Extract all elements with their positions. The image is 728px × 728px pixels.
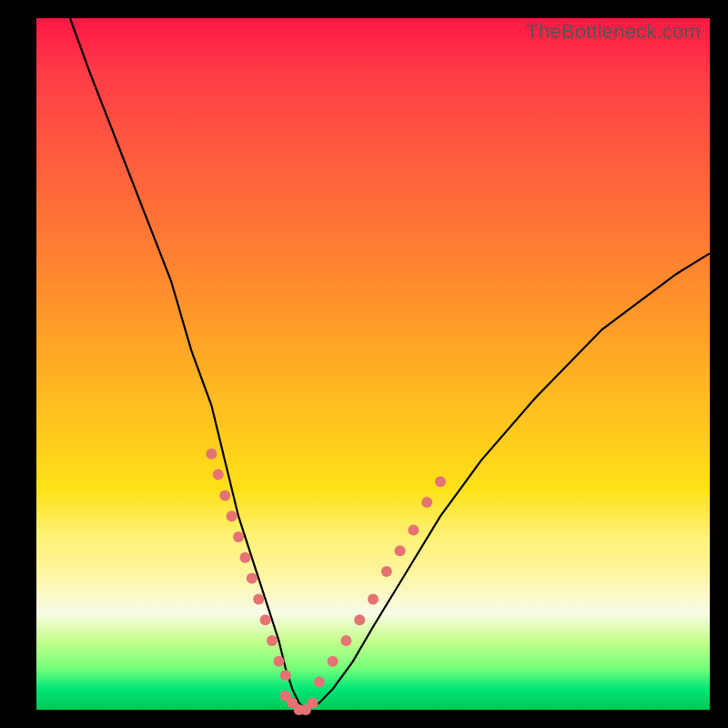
highlight-dot	[219, 490, 230, 500]
highlight-dot	[314, 677, 325, 688]
highlight-dot	[354, 614, 365, 625]
plot-area: TheBottleneck.com	[36, 18, 710, 710]
highlight-dots	[206, 449, 446, 715]
highlight-dot	[253, 593, 264, 604]
highlight-dot	[206, 449, 217, 460]
chart-frame: TheBottleneck.com	[0, 0, 728, 728]
highlight-dot	[307, 697, 318, 708]
highlight-dot	[213, 470, 224, 480]
highlight-dot	[381, 566, 392, 577]
highlight-dot	[233, 531, 244, 542]
highlight-dot	[260, 614, 271, 625]
highlight-dot	[227, 511, 238, 521]
highlight-dot	[328, 656, 339, 667]
highlight-dot	[273, 656, 284, 667]
highlight-dot	[280, 670, 291, 681]
highlight-dot	[408, 524, 419, 535]
highlight-dot	[395, 545, 406, 556]
highlight-dot	[340, 635, 351, 646]
bottleneck-curve-line	[70, 18, 710, 710]
bottleneck-curve-path	[70, 18, 710, 710]
highlight-dot	[267, 635, 278, 646]
highlight-dot	[421, 497, 432, 508]
curve-svg	[36, 18, 710, 710]
highlight-dot	[247, 573, 258, 584]
highlight-dot	[368, 593, 379, 604]
highlight-dot	[239, 552, 250, 563]
highlight-dot	[435, 476, 446, 487]
